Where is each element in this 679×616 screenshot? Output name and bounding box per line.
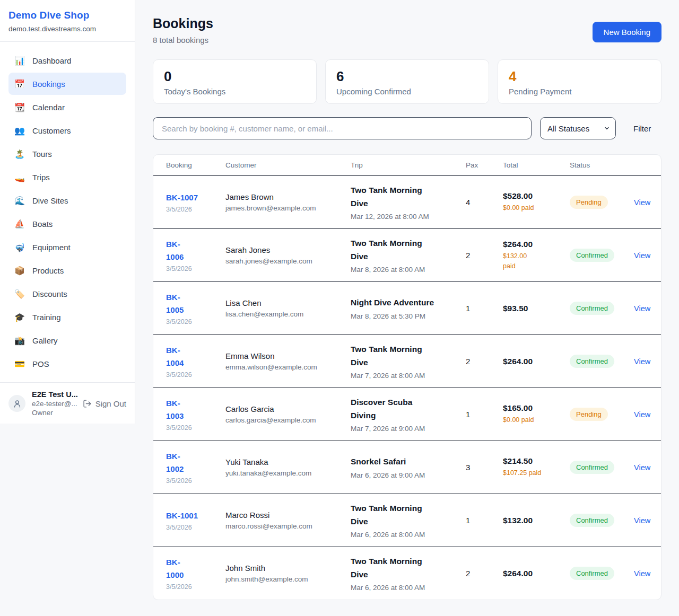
paid-amount: $132.00 paid bbox=[503, 251, 570, 271]
stat-value: 4 bbox=[509, 69, 650, 84]
avatar bbox=[8, 395, 25, 412]
booking-id-link[interactable]: BK- 1003 bbox=[166, 397, 184, 423]
booking-id-link[interactable]: BK- 1002 bbox=[166, 450, 184, 476]
total-cell: $264.00 bbox=[503, 357, 570, 366]
status-cell: Confirmed bbox=[570, 514, 634, 527]
view-link[interactable]: View bbox=[634, 410, 650, 419]
search-input[interactable] bbox=[153, 117, 532, 139]
sidebar-item-label: Dive Sites bbox=[32, 196, 68, 205]
status-select-wrap: All Statuses bbox=[540, 117, 616, 139]
booking-cell: BK- 10033/5/2026 bbox=[166, 397, 225, 432]
sidebar-item-trips[interactable]: 🚤Trips bbox=[8, 166, 126, 188]
sidebar-item-gallery[interactable]: 📸Gallery bbox=[8, 329, 126, 351]
customer-email: carlos.garcia@example.com bbox=[225, 416, 351, 424]
view-link[interactable]: View bbox=[634, 516, 650, 525]
total-cell: $528.00$0.00 paid bbox=[503, 191, 570, 213]
pax-count: 3 bbox=[466, 463, 503, 472]
camera-icon: 📸 bbox=[14, 336, 25, 346]
table-header-row: BookingCustomerTripPaxTotalStatus bbox=[153, 155, 661, 175]
customer-cell: Marco Rossimarco.rossi@example.com bbox=[225, 511, 351, 530]
status-cell: Pending bbox=[570, 196, 634, 209]
sidebar-item-dive-sites[interactable]: 🌊Dive Sites bbox=[8, 189, 126, 212]
sailboat-icon: ⛵ bbox=[14, 219, 25, 229]
customer-cell: Yuki Tanakayuki.tanaka@example.com bbox=[225, 457, 351, 477]
status-select[interactable]: All Statuses bbox=[540, 117, 616, 139]
table-row: BK- 10053/5/2026Lisa Chenlisa.chen@examp… bbox=[153, 281, 661, 335]
view-link[interactable]: View bbox=[634, 198, 650, 207]
view-link[interactable]: View bbox=[634, 357, 650, 366]
booking-id-link[interactable]: BK- 1005 bbox=[166, 291, 184, 316]
stat-label: Today's Bookings bbox=[164, 87, 306, 96]
view-link[interactable]: View bbox=[634, 569, 650, 578]
column-header-booking: Booking bbox=[166, 161, 225, 169]
trip-date: Mar 7, 2026 at 9:00 AM bbox=[351, 425, 466, 433]
new-booking-button[interactable]: New Booking bbox=[593, 22, 661, 42]
sidebar-item-products[interactable]: 📦Products bbox=[8, 259, 126, 281]
booking-cell: BK- 10063/5/2026 bbox=[166, 238, 225, 272]
status-badge: Pending bbox=[570, 408, 608, 421]
customer-email: yuki.tanaka@example.com bbox=[225, 469, 351, 477]
customer-name: Lisa Chen bbox=[225, 298, 351, 307]
filter-button[interactable]: Filter bbox=[633, 124, 651, 133]
trip-date: Mar 12, 2026 at 8:00 AM bbox=[351, 213, 466, 221]
trip-date: Mar 7, 2026 at 8:00 AM bbox=[351, 372, 466, 380]
customer-email: john.smith@example.com bbox=[225, 575, 351, 583]
trip-date: Mar 8, 2026 at 5:30 PM bbox=[351, 312, 466, 320]
credit-card-icon: 💳 bbox=[14, 359, 25, 369]
booking-id-link[interactable]: BK- 1006 bbox=[166, 238, 184, 263]
tag-icon: 🏷️ bbox=[14, 289, 25, 299]
sidebar-item-equipment[interactable]: 🤿Equipment bbox=[8, 236, 126, 258]
sidebar-item-bookings[interactable]: 📅Bookings bbox=[8, 73, 126, 95]
booking-id-link[interactable]: BK- 1004 bbox=[166, 344, 184, 369]
sidebar-item-boats[interactable]: ⛵Boats bbox=[8, 213, 126, 235]
island-icon: 🏝️ bbox=[14, 149, 25, 159]
trip-cell: Two Tank Morning DiveMar 6, 2026 at 8:00… bbox=[351, 555, 466, 591]
trip-name: Two Tank Morning Dive bbox=[351, 237, 466, 262]
column-header-status: Status bbox=[570, 161, 634, 169]
total-cell: $264.00$132.00 paid bbox=[503, 240, 570, 271]
actions-cell: View bbox=[634, 357, 650, 366]
view-link[interactable]: View bbox=[634, 463, 650, 472]
booking-id-link[interactable]: BK-1001 bbox=[166, 509, 198, 522]
package-icon: 📦 bbox=[14, 266, 25, 276]
trip-date: Mar 6, 2026 at 9:00 AM bbox=[351, 471, 466, 479]
view-link[interactable]: View bbox=[634, 251, 650, 260]
booking-date: 3/5/2026 bbox=[166, 265, 225, 272]
paid-amount: $107.25 paid bbox=[503, 468, 570, 478]
customer-cell: James Brownjames.brown@example.com bbox=[225, 192, 351, 212]
column-header-customer: Customer bbox=[225, 161, 351, 169]
total-amount: $528.00 bbox=[503, 191, 570, 201]
brand-domain: demo.test.divestreams.com bbox=[8, 25, 126, 33]
sidebar-item-label: Calendar bbox=[32, 103, 65, 112]
paid-amount: $0.00 paid bbox=[503, 415, 570, 425]
booking-date: 3/5/2026 bbox=[166, 206, 225, 213]
trip-cell: Discover Scuba DivingMar 7, 2026 at 9:00… bbox=[351, 396, 466, 432]
booking-id-link[interactable]: BK- 1000 bbox=[166, 556, 184, 582]
booking-date: 3/5/2026 bbox=[166, 477, 225, 485]
sidebar-user-section: E2E Test U... e2e-tester@... Owner Sign … bbox=[0, 382, 135, 424]
sidebar-item-customers[interactable]: 👥Customers bbox=[8, 119, 126, 142]
pax-count: 2 bbox=[466, 251, 503, 260]
table-row: BK- 10003/5/2026John Smithjohn.smith@exa… bbox=[153, 547, 661, 600]
booking-cell: BK-10073/5/2026 bbox=[166, 191, 225, 213]
customer-name: John Smith bbox=[225, 564, 351, 573]
sidebar-item-label: Tours bbox=[32, 149, 52, 159]
sidebar-item-label: Dashboard bbox=[32, 56, 71, 65]
pax-count: 2 bbox=[466, 357, 503, 366]
user-email: e2e-tester@... bbox=[32, 400, 78, 408]
sidebar-item-dashboard[interactable]: 📊Dashboard bbox=[8, 49, 126, 72]
sidebar-item-label: Trips bbox=[32, 173, 50, 182]
booking-id-link[interactable]: BK-1007 bbox=[166, 191, 198, 204]
diving-mask-icon: 🤿 bbox=[14, 242, 25, 252]
sign-out-button[interactable]: Sign Out bbox=[83, 399, 126, 408]
sidebar-item-training[interactable]: 🎓Training bbox=[8, 306, 126, 328]
sidebar-item-tours[interactable]: 🏝️Tours bbox=[8, 143, 126, 165]
trip-name: Two Tank Morning Dive bbox=[351, 343, 466, 368]
total-amount: $214.50 bbox=[503, 456, 570, 466]
trip-cell: Two Tank Morning DiveMar 6, 2026 at 8:00… bbox=[351, 502, 466, 538]
sidebar-item-pos[interactable]: 💳POS bbox=[8, 353, 126, 375]
sidebar-item-discounts[interactable]: 🏷️Discounts bbox=[8, 283, 126, 305]
sidebar-item-calendar[interactable]: 📆Calendar bbox=[8, 96, 126, 118]
view-link[interactable]: View bbox=[634, 304, 650, 313]
stat-card-today-s-bookings: 0Today's Bookings bbox=[153, 59, 317, 104]
